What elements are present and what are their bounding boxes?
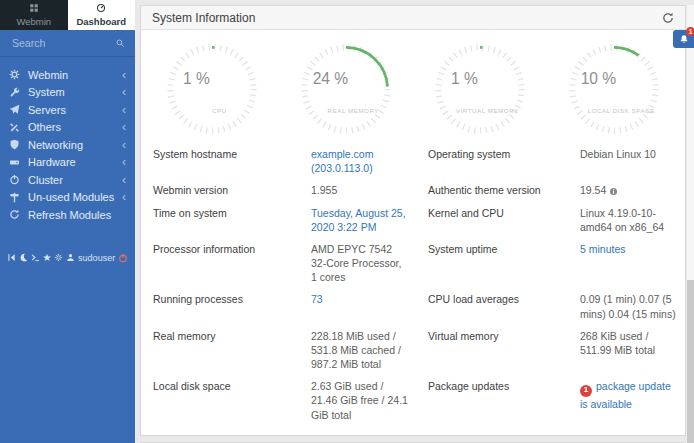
info-label: Authentic theme version <box>416 179 568 201</box>
info-value-link[interactable]: package update is available <box>580 380 671 409</box>
info-icon[interactable] <box>609 187 618 196</box>
sidebar-item-networking[interactable]: Networking‹ <box>0 136 135 154</box>
info-value-link[interactable]: 73 <box>311 293 323 305</box>
notifications-button[interactable]: 1 <box>673 30 694 48</box>
info-label: System hostname <box>141 143 299 179</box>
info-value-link[interactable]: 5 minutes <box>580 243 626 255</box>
shield-icon <box>9 139 24 150</box>
user-button[interactable]: sudouser <box>66 253 115 263</box>
settings-button[interactable] <box>54 253 63 262</box>
info-label: Operating system <box>416 143 568 179</box>
submenu-caret-icon: ‹ <box>122 70 126 80</box>
user-icon <box>66 253 75 262</box>
info-label: Processor information <box>141 238 299 289</box>
grid-icon <box>29 3 39 15</box>
sidebar-item-label: Cluster <box>24 174 122 186</box>
info-label: Webmin version <box>141 179 299 201</box>
gauge-real-memory: 24 % REAL MEMORY <box>279 37 413 141</box>
tools-icon <box>9 122 24 133</box>
sidebar-item-label: Others <box>24 121 122 133</box>
star-icon: ★ <box>42 253 51 263</box>
sidebar-bottom-toolbar: ★sudouser <box>0 248 135 268</box>
sidebar: Webmin Dashboard Webmin‹System‹Servers‹O… <box>0 0 135 443</box>
sidebar-item-webmin[interactable]: Webmin‹ <box>0 66 135 84</box>
submenu-caret-icon: ‹ <box>122 157 126 167</box>
hdd-icon <box>9 157 24 168</box>
sidebar-item-servers[interactable]: Servers‹ <box>0 101 135 119</box>
power-red-icon <box>118 253 128 263</box>
terminal-icon <box>31 253 40 262</box>
info-value: 268 KiB used / 511.99 MiB total <box>568 325 685 376</box>
info-value-link[interactable]: example.com (203.0.113.0) <box>311 148 373 174</box>
tab-dashboard-label: Dashboard <box>76 16 126 27</box>
svg-text:LOCAL DISK SPACE: LOCAL DISK SPACE <box>588 107 655 114</box>
scrollbar-thumb[interactable] <box>687 280 694 443</box>
submenu-caret-icon: ‹ <box>122 140 126 150</box>
info-row: Time on systemTuesday, August 25, 2020 3… <box>141 202 685 238</box>
info-row: Real memory228.18 MiB used / 531.8 MiB c… <box>141 325 685 376</box>
search-input[interactable] <box>10 36 115 50</box>
gauges-row: 1 % CPU 24 % REAL MEMORY 1 % VIRTUAL MEM… <box>141 30 685 141</box>
info-value: example.com (203.0.113.0) <box>299 143 416 179</box>
sidebar-item-others[interactable]: Others‹ <box>0 119 135 137</box>
sidebar-item-label: Servers <box>24 104 122 116</box>
notification-count-badge: 1 <box>686 27 694 36</box>
favorites-button[interactable]: ★ <box>42 253 51 263</box>
gauge-cpu: 1 % CPU <box>145 37 279 141</box>
collapse-sidebar-button[interactable] <box>7 253 16 262</box>
terminal-button[interactable] <box>31 253 40 262</box>
info-value: 5 minutes <box>568 238 685 289</box>
main-content: System Information 1 % CPU 24 % REAL MEM… <box>135 0 694 443</box>
sidebar-item-un-used-modules[interactable]: Un-used Modules‹ <box>0 189 135 207</box>
sidebar-item-refresh-modules[interactable]: Refresh Modules <box>0 206 135 224</box>
svg-text:CPU: CPU <box>212 107 227 114</box>
info-row: Running processes73CPU load averages0.09… <box>141 288 685 324</box>
paper-plane-icon <box>9 104 24 115</box>
update-count-badge: 1 <box>580 385 592 397</box>
sidebar-item-label: Networking <box>24 139 122 151</box>
sidebar-tabs: Webmin Dashboard <box>0 0 135 30</box>
info-value: AMD EPYC 7542 32-Core Processor, 1 cores <box>299 238 416 289</box>
gear-icon <box>9 69 24 80</box>
power-icon <box>9 174 24 185</box>
svg-text:1 %: 1 % <box>451 70 478 87</box>
vertical-scrollbar[interactable] <box>686 5 694 443</box>
info-label: Real memory <box>141 325 299 376</box>
sidebar-search <box>0 30 135 57</box>
logout-button[interactable] <box>118 253 128 263</box>
svg-text:VIRTUAL MEMORY: VIRTUAL MEMORY <box>456 107 519 114</box>
search-icon[interactable] <box>115 38 125 48</box>
refresh-icon[interactable] <box>662 12 674 24</box>
info-table: System hostnameexample.com (203.0.113.0)… <box>141 141 685 435</box>
submenu-caret-icon: ‹ <box>122 122 126 132</box>
submenu-caret-icon: ‹ <box>122 175 126 185</box>
night-mode-button[interactable] <box>19 253 28 262</box>
tab-dashboard[interactable]: Dashboard <box>68 0 136 30</box>
sidebar-item-label: System <box>24 86 122 98</box>
info-label: Kernel and CPU <box>416 202 568 238</box>
tab-webmin-label: Webmin <box>16 16 51 27</box>
svg-text:1 %: 1 % <box>183 70 210 87</box>
info-value-link[interactable]: Tuesday, August 25, 2020 3:22 PM <box>311 207 406 233</box>
sidebar-item-hardware[interactable]: Hardware‹ <box>0 154 135 172</box>
page-title: System Information <box>152 11 662 25</box>
info-row: Processor informationAMD EPYC 7542 32-Co… <box>141 238 685 289</box>
info-value: Linux 4.19.0-10-amd64 on x86_64 <box>568 202 685 238</box>
sidebar-item-label: Hardware <box>24 156 122 168</box>
info-value: 19.54 <box>568 179 685 201</box>
tab-webmin[interactable]: Webmin <box>0 0 68 30</box>
info-value: Debian Linux 10 <box>568 143 685 179</box>
info-row: Local disk space2.63 GiB used / 21.46 Gi… <box>141 375 685 426</box>
submenu-caret-icon: ‹ <box>122 192 126 202</box>
sidebar-item-system[interactable]: System‹ <box>0 84 135 102</box>
collapse-icon <box>7 253 16 262</box>
sidebar-item-label: Un-used Modules <box>24 191 122 203</box>
sidebar-item-label: Refresh Modules <box>24 209 126 221</box>
submenu-caret-icon: ‹ <box>122 87 126 97</box>
sidebar-item-cluster[interactable]: Cluster‹ <box>0 171 135 189</box>
svg-text:24 %: 24 % <box>313 70 349 87</box>
info-value: 0.09 (1 min) 0.07 (5 mins) 0.04 (15 mins… <box>568 288 685 324</box>
system-information-panel: System Information 1 % CPU 24 % REAL MEM… <box>140 5 686 436</box>
info-value: 2.63 GiB used / 21.46 GiB free / 24.1 Gi… <box>299 375 416 426</box>
info-label: Virtual memory <box>416 325 568 376</box>
